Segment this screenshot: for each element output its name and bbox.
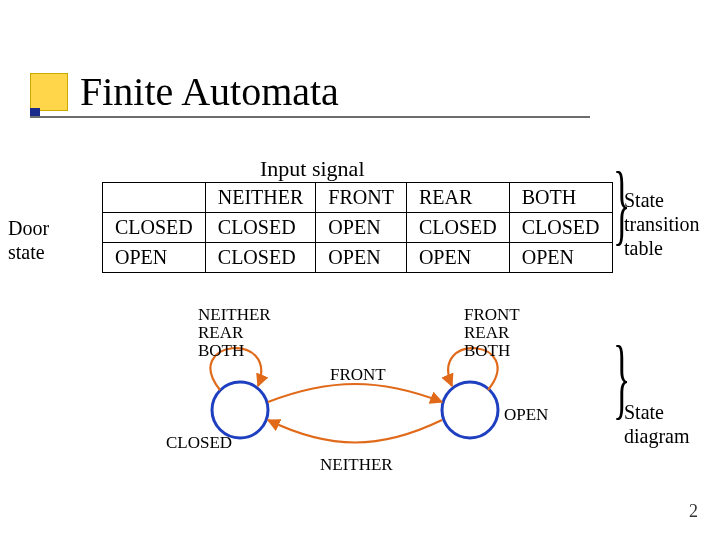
edge-closed-to-open: [268, 384, 442, 402]
brace-diagram: }: [600, 362, 643, 394]
cell: OPEN: [406, 243, 509, 273]
cell: CLOSED: [406, 213, 509, 243]
table-header-row: NEITHER FRONT REAR BOTH: [103, 183, 613, 213]
title-underline: [30, 116, 590, 118]
table-corner-cell: [103, 183, 206, 213]
edge-open-to-closed: [268, 420, 442, 443]
table-annotation: State transition table: [624, 188, 720, 260]
transition-table: NEITHER FRONT REAR BOTH CLOSED CLOSED OP…: [102, 182, 613, 273]
diagram-annotation: State diagram: [624, 400, 720, 448]
row-header: CLOSED: [103, 213, 206, 243]
state-diagram: CLOSED OPEN NEITHER REAR BOTH FRONT REAR…: [120, 300, 590, 484]
state-diagram-svg: CLOSED OPEN NEITHER REAR BOTH FRONT REAR…: [120, 300, 590, 480]
row-header: OPEN: [103, 243, 206, 273]
rows-heading: Door state: [8, 216, 49, 264]
slide: Finite Automata Input signal Door state …: [0, 0, 720, 540]
col-header: REAR: [406, 183, 509, 213]
cell: OPEN: [316, 213, 407, 243]
col-header: FRONT: [316, 183, 407, 213]
col-header: NEITHER: [205, 183, 316, 213]
loop-closed-l3: BOTH: [198, 341, 244, 360]
rows-heading-line1: Door: [8, 217, 49, 239]
table-row: CLOSED CLOSED OPEN CLOSED CLOSED: [103, 213, 613, 243]
slide-number: 2: [689, 501, 698, 522]
columns-heading: Input signal: [260, 156, 365, 182]
state-open-label: OPEN: [504, 405, 548, 424]
diagram-annotation-text: State diagram: [624, 401, 690, 447]
edge-neither-label: NEITHER: [320, 455, 393, 474]
title-accent-box: [30, 73, 68, 111]
loop-open-l2: REAR: [464, 323, 510, 342]
col-header: BOTH: [509, 183, 612, 213]
cell: OPEN: [316, 243, 407, 273]
loop-closed-l1: NEITHER: [198, 305, 271, 324]
state-open-circle: [442, 382, 498, 438]
cell: CLOSED: [509, 213, 612, 243]
curly-brace-icon: }: [613, 362, 630, 394]
table-row: OPEN CLOSED OPEN OPEN OPEN: [103, 243, 613, 273]
state-closed-label: CLOSED: [166, 433, 232, 452]
state-closed-circle: [212, 382, 268, 438]
slide-title: Finite Automata: [80, 68, 339, 115]
cell: CLOSED: [205, 213, 316, 243]
cell: CLOSED: [205, 243, 316, 273]
loop-open-l1: FRONT: [464, 305, 520, 324]
table-annotation-text: State transition table: [624, 189, 700, 259]
title-bar: Finite Automata: [30, 68, 339, 115]
edge-front-label: FRONT: [330, 365, 386, 384]
loop-open-l3: BOTH: [464, 341, 510, 360]
cell: OPEN: [509, 243, 612, 273]
loop-closed-l2: REAR: [198, 323, 244, 342]
rows-heading-line2: state: [8, 241, 45, 263]
